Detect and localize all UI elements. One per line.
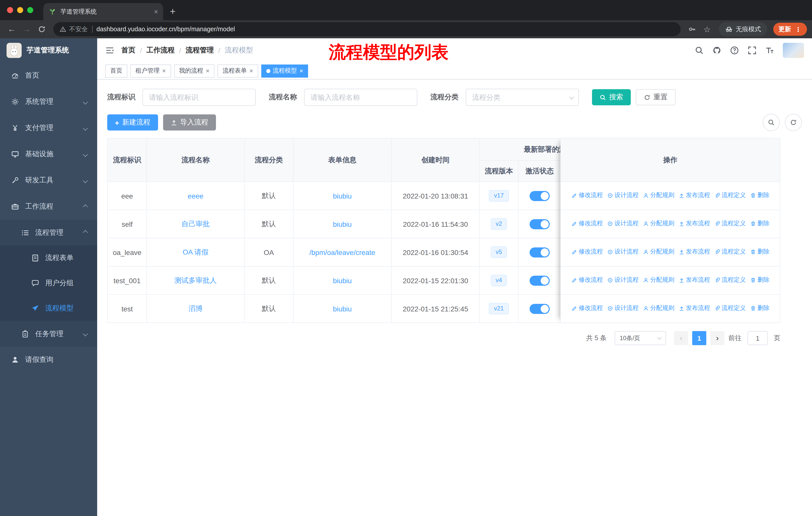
op-link-assign[interactable]: 分配规则 (643, 248, 674, 256)
sidebar-item-list[interactable]: 流程管理 (0, 220, 97, 245)
op-link-publish[interactable]: 发布流程 (678, 219, 710, 228)
view-tag[interactable]: 流程表单× (218, 64, 258, 77)
minimize-window-button[interactable] (17, 7, 23, 13)
page-1-button[interactable]: 1 (692, 331, 706, 345)
op-link-delete[interactable]: 删除 (750, 276, 770, 284)
op-link-assign[interactable]: 分配规则 (643, 191, 674, 200)
search-icon[interactable] (695, 46, 704, 55)
help-icon[interactable] (730, 46, 739, 55)
sidebar-item-send[interactable]: 流程模型 (0, 296, 97, 321)
sidebar-item-yen[interactable]: 支付管理 (0, 115, 97, 141)
goto-page-input[interactable] (748, 331, 768, 345)
view-tag[interactable]: 我的流程× (174, 64, 214, 77)
prev-page-button[interactable]: ‹ (674, 331, 688, 345)
reset-button[interactable]: 重置 (636, 89, 675, 105)
hamburger-icon[interactable] (105, 46, 114, 55)
active-switch[interactable] (529, 275, 550, 286)
kebab-menu-icon[interactable]: ⋮ (795, 25, 802, 33)
github-icon[interactable] (712, 46, 721, 55)
close-icon[interactable]: × (206, 67, 209, 75)
next-page-button[interactable]: › (710, 331, 724, 345)
form-link[interactable]: biubiu (333, 305, 352, 313)
reload-icon[interactable] (35, 23, 48, 36)
process-name-link[interactable]: OA 请假 (183, 248, 209, 256)
op-link-design[interactable]: 设计流程 (607, 248, 639, 256)
sidebar-item-wrench[interactable]: 研发工具 (0, 167, 97, 193)
form-link[interactable]: biubiu (333, 192, 352, 200)
op-link-assign[interactable]: 分配规则 (643, 219, 674, 228)
op-link-delete[interactable]: 删除 (750, 191, 770, 200)
op-link-edit[interactable]: 修改流程 (571, 276, 603, 284)
breadcrumb-item[interactable]: 流程管理 (186, 46, 214, 55)
op-link-edit[interactable]: 修改流程 (571, 219, 603, 228)
op-link-design[interactable]: 设计流程 (607, 191, 639, 200)
new-tab-button[interactable]: + (165, 4, 180, 19)
op-link-definition[interactable]: 流程定义 (714, 304, 746, 313)
breadcrumb-item[interactable]: 工作流程 (146, 46, 175, 55)
forward-icon[interactable]: → (20, 23, 33, 36)
op-link-publish[interactable]: 发布流程 (678, 276, 710, 284)
create-process-button[interactable]: + 新建流程 (107, 114, 158, 131)
url-bar[interactable]: 不安全 dashboard.yudao.iocoder.cn/bpm/manag… (53, 22, 680, 36)
op-link-delete[interactable]: 删除 (750, 248, 770, 256)
view-tag[interactable]: 租户管理× (130, 64, 171, 77)
active-switch[interactable] (529, 191, 550, 201)
import-process-button[interactable]: 导入流程 (163, 114, 216, 131)
browser-tab[interactable]: 芋道管理系统 × (43, 3, 163, 20)
active-switch[interactable] (529, 247, 550, 257)
process-name-input[interactable] (304, 89, 417, 106)
op-link-edit[interactable]: 修改流程 (571, 191, 603, 200)
close-window-button[interactable] (7, 7, 13, 13)
breadcrumb-item[interactable]: 首页 (121, 46, 136, 55)
op-link-assign[interactable]: 分配规则 (643, 276, 674, 284)
tab-close-icon[interactable]: × (154, 7, 158, 16)
view-tag[interactable]: 流程模型× (261, 64, 308, 77)
op-link-design[interactable]: 设计流程 (607, 304, 639, 313)
toggle-search-button[interactable] (763, 114, 780, 131)
view-tag[interactable]: 首页 (105, 64, 127, 77)
bookmark-star-icon[interactable]: ☆ (700, 23, 714, 36)
op-link-edit[interactable]: 修改流程 (571, 304, 603, 313)
op-link-publish[interactable]: 发布流程 (678, 304, 710, 313)
sidebar-item-dashboard[interactable]: 首页 (0, 62, 97, 89)
search-button[interactable]: 搜索 (592, 89, 631, 105)
process-name-link[interactable]: 测试多审批人 (174, 276, 217, 284)
form-link[interactable]: biubiu (333, 220, 352, 228)
refresh-table-button[interactable] (785, 114, 802, 131)
maximize-window-button[interactable] (27, 7, 33, 13)
active-switch[interactable] (529, 219, 550, 229)
sidebar-item-chat[interactable]: 用户分组 (0, 271, 97, 296)
sidebar-item-clipboard[interactable]: 任务管理 (0, 321, 97, 347)
op-link-assign[interactable]: 分配规则 (643, 304, 674, 313)
op-link-delete[interactable]: 删除 (750, 219, 770, 228)
form-link[interactable]: biubiu (333, 276, 352, 284)
op-link-publish[interactable]: 发布流程 (678, 248, 710, 256)
sidebar-item-briefcase[interactable]: 工作流程 (0, 193, 97, 220)
security-status[interactable]: 不安全 (59, 25, 88, 33)
op-link-design[interactable]: 设计流程 (607, 219, 639, 228)
font-size-icon[interactable] (765, 46, 774, 55)
close-icon[interactable]: × (162, 67, 166, 75)
op-link-design[interactable]: 设计流程 (607, 276, 639, 284)
op-link-publish[interactable]: 发布流程 (678, 191, 710, 200)
process-id-input[interactable] (142, 89, 256, 106)
user-avatar[interactable] (783, 43, 804, 58)
close-icon[interactable]: × (249, 67, 253, 75)
update-button[interactable]: 更新 ⋮ (773, 23, 807, 36)
sidebar-item-user[interactable]: 请假查询 (0, 347, 97, 373)
op-link-definition[interactable]: 流程定义 (714, 248, 746, 256)
sidebar-item-gear[interactable]: 系统管理 (0, 89, 97, 115)
category-select[interactable] (466, 89, 579, 106)
process-name-link[interactable]: 滔博 (188, 304, 203, 312)
op-link-definition[interactable]: 流程定义 (714, 191, 746, 200)
key-icon[interactable] (686, 23, 698, 36)
op-link-definition[interactable]: 流程定义 (714, 219, 746, 228)
category-select-input[interactable] (466, 89, 579, 106)
back-icon[interactable]: ← (5, 23, 18, 36)
sidebar-item-document[interactable]: 流程表单 (0, 245, 97, 271)
active-switch[interactable] (529, 304, 550, 314)
close-icon[interactable]: × (299, 67, 303, 75)
sidebar-item-monitor[interactable]: 基础设施 (0, 141, 97, 167)
process-name-link[interactable]: eeee (188, 192, 203, 200)
op-link-edit[interactable]: 修改流程 (571, 248, 603, 256)
